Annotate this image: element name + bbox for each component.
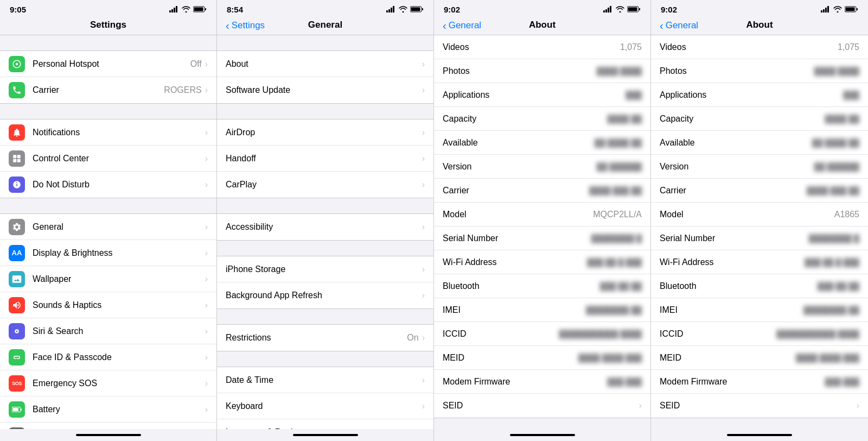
row-label-siri: Siri & Search [33,326,205,336]
svg-rect-37 [857,8,858,10]
about-row-seid-2[interactable]: SEID › [651,394,868,418]
row-privacy[interactable]: Privacy › [0,423,216,429]
row-carplay[interactable]: CarPlay › [217,172,433,198]
svg-rect-5 [194,8,203,11]
row-datetime[interactable]: Date & Time › [217,367,433,393]
wifi-icon-1 [182,6,190,12]
row-wallpaper[interactable]: Wallpaper › [0,266,216,292]
al-videos-2: Videos [660,42,686,52]
section-gap-2 [0,104,216,119]
row-notifications[interactable]: Notifications › [0,119,216,146]
chevron-airdrop: › [422,128,425,137]
row-display[interactable]: AA Display & Brightness › [0,240,216,266]
section-about-rows-2: Videos 1,075 Photos ████ ████ Applicatio… [651,35,868,418]
al-modem-2: Modem Firmware [660,377,727,387]
av-meid-2: ████ ████ ███ [796,354,859,362]
airdrop-label: AirDrop [226,128,422,137]
row-bg-refresh[interactable]: Background App Refresh › [217,282,433,308]
row-accessibility[interactable]: Accessibility › [217,214,433,240]
row-restrictions[interactable]: Restrictions On › [217,325,433,351]
chevron-handoff: › [422,154,425,163]
status-time-2: 8:54 [227,5,243,14]
settings-scroll-4[interactable]: Videos 1,075 Photos ████ ████ Applicatio… [651,35,868,429]
chevron-hotspot: › [205,59,208,69]
av-bt-2: ███ ██ ██ [818,282,859,291]
row-battery[interactable]: Battery › [0,396,216,423]
row-airdrop[interactable]: AirDrop › [217,119,433,146]
row-label-control: Control Center [33,154,205,163]
about-row-meid-2: MEID ████ ████ ███ [651,346,868,370]
battery-icon-2 [410,6,424,12]
svg-rect-23 [422,8,423,10]
panel-about-2: 9:02 ‹ General About [651,0,868,441]
row-iphone-storage[interactable]: iPhone Storage › [217,256,433,282]
storage-label: iPhone Storage [226,264,422,274]
row-general[interactable]: General › [0,214,216,240]
row-faceid[interactable]: Face ID & Passcode › [0,344,216,370]
about-row-iccid-2: ICCID ███████████ ████ [651,322,868,346]
settings-scroll-3[interactable]: Videos 1,075 Photos ████ ████ Applicatio… [434,35,650,429]
accessibility-label: Accessibility [226,222,422,232]
row-siri[interactable]: Siri & Search › [0,318,216,344]
av-bt-1: ███ ██ ██ [600,282,642,291]
status-icons-3 [603,6,641,12]
al-apps-1: Applications [443,90,489,100]
home-bar-2 [293,434,358,436]
av-avail-2: ██ ████ ██ [812,138,859,147]
al-avail-2: Available [660,138,695,148]
settings-scroll-1[interactable]: Personal Hotspot Off › Carrier ROGERS › … [0,35,216,429]
svg-rect-2 [174,8,175,12]
about-row-version-1: Version ██ ██████ [434,155,650,179]
row-label-general: General [33,222,205,232]
row-about[interactable]: About › [217,51,433,77]
row-control-center[interactable]: Control Center › [0,146,216,172]
av-iccid-2: ███████████ ████ [776,330,859,338]
svg-rect-29 [628,8,637,11]
back-label-3: General [449,20,481,31]
about-row-model-1: Model MQCP2LL/A [434,203,650,226]
wifi-icon-2 [399,6,407,12]
row-dnd[interactable]: Do Not Disturb › [0,172,216,198]
nav-back-3[interactable]: ‹ General [443,20,481,31]
status-icons-1 [169,6,207,12]
row-carrier[interactable]: Carrier ROGERS › [0,77,216,103]
keyboard-label: Keyboard [226,401,422,411]
al-photos-1: Photos [443,66,470,76]
row-keyboard[interactable]: Keyboard › [217,393,433,419]
nav-back-2[interactable]: ‹ Settings [226,20,265,31]
sg-2-3 [217,198,433,213]
svg-rect-33 [825,8,827,12]
al-carrier-2: Carrier [660,186,686,196]
row-label-display: Display & Brightness [33,248,205,258]
chevron-keyboard: › [422,401,425,411]
chevron-faceid: › [205,352,208,362]
row-sos[interactable]: SOS Emergency SOS › [0,370,216,396]
chevron-sounds: › [205,300,208,310]
sounds-icon [9,297,25,313]
row-language[interactable]: Language & Region › [217,419,433,429]
about-row-videos-2: Videos 1,075 [651,35,868,59]
nav-back-4[interactable]: ‹ General [660,20,698,31]
about-row-seid-1[interactable]: SEID › [434,394,650,418]
row-software-update[interactable]: Software Update › [217,77,433,103]
seid-chevron-1: › [639,401,642,411]
settings-scroll-2[interactable]: About › Software Update › AirDrop › Hand… [217,35,433,429]
row-personal-hotspot[interactable]: Personal Hotspot Off › [0,51,216,77]
nav-bar-4: ‹ General About [651,16,868,35]
svg-rect-36 [846,8,855,11]
signal-icon-1 [169,6,179,12]
row-sounds[interactable]: Sounds & Haptics › [0,292,216,318]
svg-rect-0 [169,10,171,12]
chevron-software: › [422,85,425,95]
panel-settings-main: 9:05 Settings [0,0,217,441]
al-cap-2: Capacity [660,114,693,124]
back-label-4: General [666,20,698,31]
status-bar-1: 9:05 [0,0,216,16]
al-wifi-2: Wi-Fi Address [660,257,714,267]
av-imei-2: ████████ ██ [803,306,859,314]
home-bar-4 [727,434,792,436]
al-imei-1: IMEI [443,305,461,315]
sg-2-2 [217,104,433,119]
row-handoff[interactable]: Handoff › [217,146,433,172]
row-label-carrier: Carrier [33,85,164,95]
